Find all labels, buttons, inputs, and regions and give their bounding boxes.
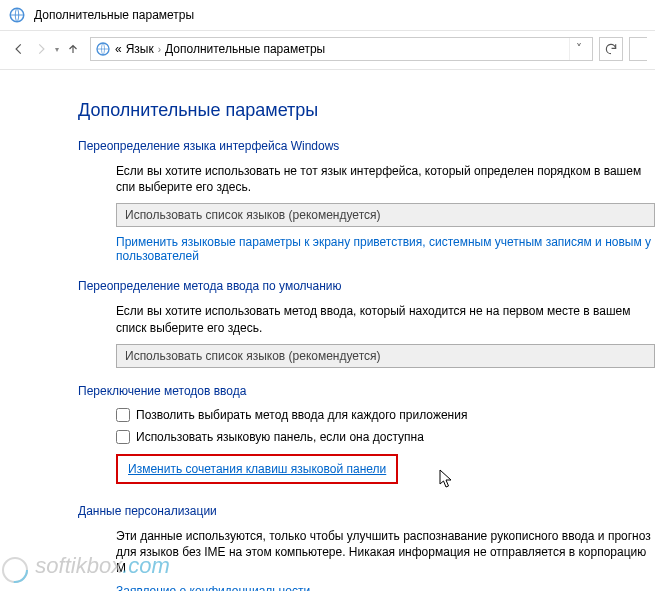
checkbox-label: Использовать языковую панель, если она д… xyxy=(136,430,424,444)
content-pane: Дополнительные параметры Переопределение… xyxy=(0,70,655,591)
language-settings-icon xyxy=(8,6,26,24)
section-input-method: Переопределение метода ввода по умолчани… xyxy=(78,279,655,367)
apply-settings-link[interactable]: Применить языковые параметры к экрану пр… xyxy=(116,235,651,263)
section-heading: Данные персонализации xyxy=(78,504,655,518)
address-dropdown-icon[interactable]: ˅ xyxy=(569,38,588,60)
history-dropdown-icon[interactable]: ▾ xyxy=(52,45,62,54)
combo-value: Использовать список языков (рекомендуетс… xyxy=(125,208,381,222)
back-button[interactable] xyxy=(8,38,30,60)
language-bar-checkbox[interactable] xyxy=(116,430,130,444)
refresh-button[interactable] xyxy=(599,37,623,61)
per-app-input-checkbox[interactable] xyxy=(116,408,130,422)
address-bar[interactable]: « Язык › Дополнительные параметры ˅ xyxy=(90,37,593,61)
section-switch-input: Переключение методов ввода Позволить выб… xyxy=(78,384,655,488)
search-box[interactable] xyxy=(629,37,647,61)
page-title: Дополнительные параметры xyxy=(78,100,655,121)
window-title: Дополнительные параметры xyxy=(34,8,194,22)
section-heading: Переопределение метода ввода по умолчани… xyxy=(78,279,655,293)
up-button[interactable] xyxy=(62,38,84,60)
cursor-icon xyxy=(438,468,456,493)
combo-value: Использовать список языков (рекомендуетс… xyxy=(125,349,381,363)
section-description: Если вы хотите использовать метод ввода,… xyxy=(116,303,655,335)
chevron-right-icon: › xyxy=(154,44,165,55)
input-method-combo[interactable]: Использовать список языков (рекомендуетс… xyxy=(116,344,655,368)
section-description: Если вы хотите использовать не тот язык … xyxy=(116,163,655,195)
change-hotkeys-link[interactable]: Изменить сочетания клавиш языковой панел… xyxy=(128,462,386,476)
checkbox-label: Позволить выбирать метод ввода для каждо… xyxy=(136,408,467,422)
section-display-language: Переопределение языка интерфейса Windows… xyxy=(78,139,655,263)
forward-button[interactable] xyxy=(30,38,52,60)
display-language-combo[interactable]: Использовать список языков (рекомендуетс… xyxy=(116,203,655,227)
section-description: Эти данные используются, только чтобы ул… xyxy=(116,528,655,577)
breadcrumb-language[interactable]: Язык xyxy=(126,42,154,56)
breadcrumb-prefix: « xyxy=(115,42,122,56)
titlebar: Дополнительные параметры xyxy=(0,0,655,31)
language-settings-icon xyxy=(95,41,111,57)
navbar: ▾ « Язык › Дополнительные параметры ˅ xyxy=(0,31,655,70)
section-heading: Переопределение языка интерфейса Windows xyxy=(78,139,655,153)
privacy-statement-link[interactable]: Заявление о конфиденциальности xyxy=(116,584,310,591)
section-personalization: Данные персонализации Эти данные использ… xyxy=(78,504,655,591)
section-heading: Переключение методов ввода xyxy=(78,384,655,398)
breadcrumb-advanced[interactable]: Дополнительные параметры xyxy=(165,42,325,56)
highlight-annotation: Изменить сочетания клавиш языковой панел… xyxy=(116,454,398,484)
